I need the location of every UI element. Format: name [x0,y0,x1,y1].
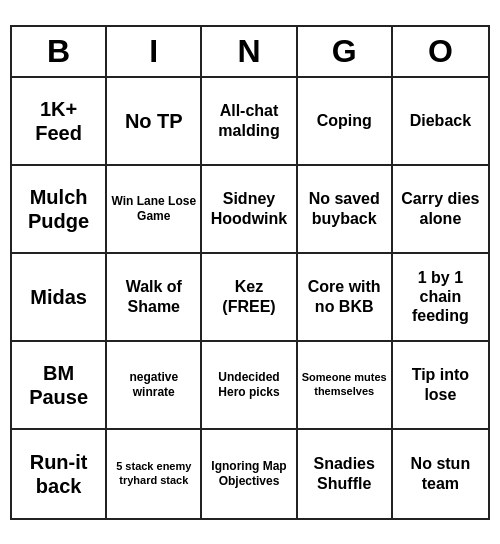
bingo-cell: Dieback [393,78,488,166]
bingo-cell: Walk of Shame [107,254,202,342]
cell-label: BM Pause [16,361,101,409]
bingo-cell: No saved buyback [298,166,393,254]
bingo-cell: Kez (FREE) [202,254,297,342]
bingo-cell: Snadies Shuffle [298,430,393,518]
header-letter: G [298,27,393,76]
cell-label: Undecided Hero picks [206,370,291,399]
bingo-cell: Midas [12,254,107,342]
cell-label: 1K+ Feed [16,97,101,145]
header-letter: I [107,27,202,76]
cell-label: No TP [125,109,183,133]
bingo-cell: 5 stack enemy tryhard stack [107,430,202,518]
bingo-grid: 1K+ FeedNo TPAll-chat maldingCopingDieba… [12,78,488,518]
bingo-cell: Run-it back [12,430,107,518]
cell-label: No stun team [397,454,484,492]
cell-label: negative winrate [111,370,196,399]
cell-label: Win Lane Lose Game [111,194,196,223]
bingo-cell: All-chat malding [202,78,297,166]
cell-label: Run-it back [16,450,101,498]
bingo-cell: Carry dies alone [393,166,488,254]
bingo-cell: Tip into lose [393,342,488,430]
bingo-card: BINGO 1K+ FeedNo TPAll-chat maldingCopin… [10,25,490,520]
cell-label: All-chat malding [206,101,291,139]
cell-label: 5 stack enemy tryhard stack [111,460,196,486]
cell-label: Ignoring Map Objectives [206,459,291,488]
cell-label: Mulch Pudge [16,185,101,233]
cell-label: Dieback [410,111,471,130]
bingo-cell: Someone mutes themselves [298,342,393,430]
bingo-cell: No TP [107,78,202,166]
cell-label: Kez (FREE) [206,277,291,315]
cell-label: 1 by 1 chain feeding [397,268,484,326]
bingo-cell: Coping [298,78,393,166]
bingo-cell: Ignoring Map Objectives [202,430,297,518]
header-letter: N [202,27,297,76]
bingo-cell: Win Lane Lose Game [107,166,202,254]
cell-label: Tip into lose [397,365,484,403]
bingo-cell: Undecided Hero picks [202,342,297,430]
bingo-cell: Mulch Pudge [12,166,107,254]
header-letter: O [393,27,488,76]
bingo-cell: Core with no BKB [298,254,393,342]
cell-label: Someone mutes themselves [302,371,387,397]
bingo-cell: negative winrate [107,342,202,430]
bingo-cell: 1K+ Feed [12,78,107,166]
cell-label: Coping [317,111,372,130]
cell-label: Carry dies alone [397,189,484,227]
cell-label: Core with no BKB [302,277,387,315]
cell-label: Snadies Shuffle [302,454,387,492]
cell-label: Midas [30,285,87,309]
cell-label: Sidney Hoodwink [206,189,291,227]
header-letter: B [12,27,107,76]
bingo-cell: 1 by 1 chain feeding [393,254,488,342]
bingo-cell: Sidney Hoodwink [202,166,297,254]
bingo-cell: No stun team [393,430,488,518]
cell-label: Walk of Shame [111,277,196,315]
cell-label: No saved buyback [302,189,387,227]
bingo-header: BINGO [12,27,488,78]
bingo-cell: BM Pause [12,342,107,430]
